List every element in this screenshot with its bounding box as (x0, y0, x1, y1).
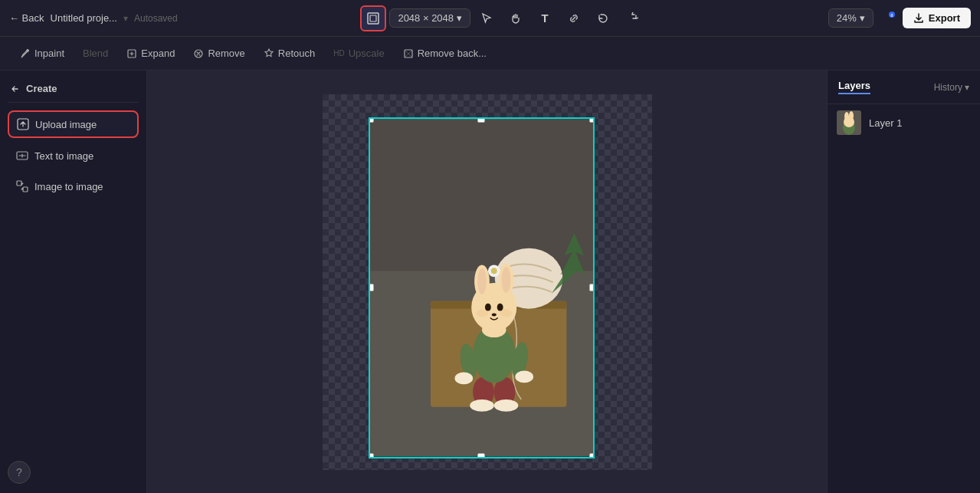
remove-background-label: Remove back... (418, 48, 487, 59)
history-button[interactable]: History ▾ (934, 82, 969, 93)
inpaint-label: Inpaint (34, 48, 64, 59)
svg-point-42 (844, 112, 849, 121)
dropdown-arrow[interactable]: ▾ (123, 13, 128, 24)
svg-point-43 (849, 111, 854, 120)
image-layer[interactable] (369, 117, 595, 458)
svg-point-31 (501, 267, 510, 293)
blend-label: Blend (83, 48, 108, 59)
svg-point-20 (493, 399, 518, 412)
handle-top-left[interactable] (369, 117, 374, 123)
handle-top-center[interactable] (477, 117, 485, 123)
select-tool-button[interactable] (474, 5, 500, 31)
secondary-toolbar: Inpaint Blend Expand Remove Retouch HD U… (0, 37, 980, 71)
hd-upscale-button[interactable]: HD Upscale (326, 44, 392, 63)
upload-image-button[interactable]: Upload image (8, 110, 139, 138)
link-tool-button[interactable] (561, 5, 587, 31)
svg-rect-1 (370, 15, 376, 21)
svg-point-30 (477, 268, 487, 294)
svg-point-35 (497, 303, 503, 311)
text-to-image-button[interactable]: Text to image (8, 143, 139, 169)
blend-button[interactable]: Blend (75, 44, 116, 63)
sidebar-title: Create (8, 80, 139, 103)
svg-rect-11 (23, 187, 28, 192)
resize-tool-button[interactable] (360, 5, 386, 31)
retouch-label: Retouch (278, 48, 315, 59)
grab-tool-button[interactable] (503, 5, 529, 31)
svg-point-34 (484, 303, 490, 311)
project-name: Untitled proje... (51, 12, 117, 24)
hd-upscale-label: Upscale (349, 48, 385, 59)
sidebar-left: Create Upload image Text to image Image … (0, 71, 147, 493)
zoom-selector[interactable]: 24% ▾ (828, 8, 873, 28)
text-tool-button[interactable]: T (532, 5, 558, 31)
image-to-image-label: Image to image (34, 181, 103, 192)
handle-middle-right[interactable] (589, 284, 595, 291)
svg-point-38 (500, 309, 512, 317)
image-to-image-button[interactable]: Image to image (8, 173, 139, 199)
svg-rect-0 (368, 13, 379, 24)
layer-name: Layer 1 (869, 117, 902, 129)
zoom-value: 24% (837, 12, 857, 24)
svg-point-33 (490, 268, 497, 274)
topbar-center: 2048 × 2048 ▾ T (184, 5, 822, 31)
topbar-right: 24% ▾ 0 Export (828, 8, 971, 28)
handle-bottom-center[interactable] (477, 453, 485, 458)
layer-thumbnail (837, 110, 861, 135)
svg-point-19 (470, 399, 494, 412)
svg-point-37 (476, 309, 488, 317)
dimension-dropdown-icon: ▾ (457, 12, 462, 24)
autosaved-label: Autosaved (134, 13, 178, 24)
layers-tabs: Layers (838, 80, 870, 94)
sidebar-bottom: ? (8, 452, 139, 484)
inpaint-button[interactable]: Inpaint (12, 44, 72, 63)
dimension-selector[interactable]: 2048 × 2048 ▾ (389, 8, 470, 28)
create-label: Create (26, 83, 57, 94)
svg-point-4 (27, 49, 29, 51)
retouch-button[interactable]: Retouch (256, 44, 323, 63)
svg-rect-10 (17, 181, 21, 186)
export-label: Export (929, 12, 960, 24)
history-label: History (934, 82, 962, 93)
tab-layers[interactable]: Layers (838, 80, 870, 94)
svg-point-36 (491, 313, 496, 316)
expand-button[interactable]: Expand (119, 44, 182, 63)
remove-background-button[interactable]: Remove back... (395, 44, 494, 63)
main-area: Create Upload image Text to image Image … (0, 71, 980, 493)
canvas-area[interactable] (147, 71, 827, 493)
sidebar-right: Layers History ▾ Layer 1 (827, 71, 980, 493)
expand-label: Expand (141, 48, 175, 59)
redo-button[interactable] (619, 5, 645, 31)
upload-image-label: Upload image (35, 119, 97, 130)
svg-point-25 (515, 370, 533, 383)
zoom-dropdown-icon: ▾ (860, 12, 865, 24)
help-button[interactable]: ? (8, 461, 31, 484)
history-chevron: ▾ (965, 82, 969, 93)
remove-label: Remove (208, 48, 244, 59)
image-svg (370, 119, 593, 457)
hd-badge: HD (333, 49, 344, 58)
topbar-left: ← Back Untitled proje... ▾ Autosaved (9, 12, 178, 24)
remove-button[interactable]: Remove (185, 44, 252, 63)
notifications-button[interactable]: 0 (881, 12, 895, 25)
svg-rect-13 (370, 120, 593, 271)
svg-text:0: 0 (890, 13, 893, 18)
topbar: ← Back Untitled proje... ▾ Autosaved 204… (0, 0, 980, 37)
image-content (370, 119, 593, 457)
layers-header: Layers History ▾ (828, 71, 980, 104)
undo-button[interactable] (590, 5, 616, 31)
dimension-value: 2048 × 2048 (398, 12, 454, 24)
layer-item[interactable]: Layer 1 (828, 104, 980, 141)
handle-top-right[interactable] (589, 117, 595, 123)
svg-point-24 (454, 372, 473, 384)
canvas-background (323, 94, 652, 470)
export-button[interactable]: Export (903, 8, 971, 28)
handle-bottom-right[interactable] (589, 453, 595, 458)
handle-middle-left[interactable] (369, 284, 374, 291)
back-button[interactable]: ← Back (9, 12, 44, 24)
handle-bottom-left[interactable] (369, 453, 374, 458)
text-to-image-label: Text to image (34, 150, 93, 162)
